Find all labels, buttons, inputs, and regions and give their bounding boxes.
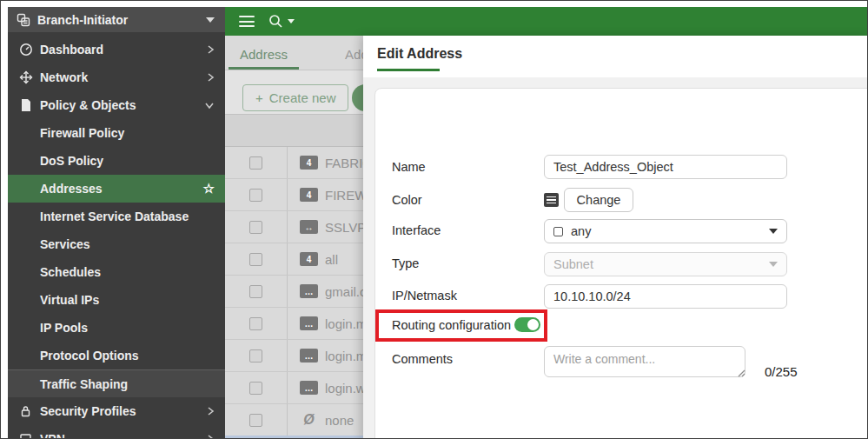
row-checkbox[interactable]	[249, 382, 262, 395]
sidebar-item-addresses[interactable]: Addresses ☆	[8, 175, 225, 203]
chevron-down-icon	[204, 102, 215, 110]
resize-handle-icon[interactable]	[737, 365, 745, 381]
comments-label: Comments	[392, 352, 540, 366]
edit-address-modal: Edit Address Name Color Change Interface…	[363, 36, 868, 439]
interface-dropdown[interactable]: any	[544, 219, 787, 243]
lock-icon	[18, 404, 33, 419]
modal-body: Name Color Change Interface any Type Sub…	[363, 77, 868, 439]
device-selector[interactable]: Branch-Initiator	[8, 7, 225, 32]
row-checkbox[interactable]	[249, 189, 262, 202]
sidebar-item-virtual-ips[interactable]: Virtual IPs	[8, 286, 225, 314]
color-label: Color	[392, 193, 540, 207]
row-checkbox[interactable]	[249, 221, 262, 234]
modal-header: Edit Address	[363, 36, 868, 77]
title-underline	[377, 69, 440, 71]
color-change-button[interactable]: Change	[564, 188, 633, 212]
chevron-right-icon	[207, 72, 215, 83]
sidebar: Branch-Initiator Dashboard	[8, 7, 225, 439]
row-checkbox[interactable]	[249, 317, 262, 330]
sidebar-item-ip-pools[interactable]: IP Pools	[8, 314, 225, 342]
address-type-icon: 4	[300, 252, 318, 266]
chevron-right-icon	[207, 44, 215, 55]
routing-configuration-toggle[interactable]	[514, 317, 540, 332]
any-interface-icon	[553, 227, 563, 236]
device-name: Branch-Initiator	[37, 13, 128, 27]
ip-netmask-label: IP/Netmask	[392, 289, 540, 303]
network-icon	[18, 70, 33, 85]
address-type-icon: …	[300, 349, 318, 363]
row-checkbox[interactable]	[249, 156, 262, 170]
sidebar-item-traffic-shaping[interactable]: Traffic Shaping	[8, 369, 225, 397]
plus-icon: +	[255, 90, 263, 105]
address-type-icon: …	[300, 381, 318, 395]
menu-icon[interactable]	[239, 16, 255, 27]
comments-counter: 0/255	[765, 364, 798, 379]
color-swatch-icon	[544, 193, 559, 207]
sidebar-item-security-profiles[interactable]: Security Profiles	[8, 397, 225, 425]
address-type-icon: …	[300, 316, 318, 330]
row-checkbox[interactable]	[249, 285, 262, 298]
vpn-icon	[18, 432, 33, 439]
chevron-down-icon	[769, 262, 778, 267]
chevron-right-icon	[207, 434, 215, 439]
chevron-down-icon	[769, 229, 778, 234]
comments-textarea[interactable]	[544, 346, 745, 377]
fortigate-ui: Branch-Initiator Dashboard	[0, 0, 868, 439]
search-icon	[268, 14, 283, 29]
search-button[interactable]	[268, 14, 295, 29]
sidebar-item-dashboard[interactable]: Dashboard	[8, 36, 225, 63]
sidebar-item-protocol-options[interactable]: Protocol Options	[8, 342, 225, 369]
sidebar-item-services[interactable]: Services	[8, 230, 225, 258]
chevron-right-icon	[207, 406, 215, 416]
ip-netmask-input[interactable]	[544, 284, 787, 309]
sidebar-item-schedules[interactable]: Schedules	[8, 258, 225, 286]
address-type-icon: ↔	[300, 220, 318, 234]
favorite-star-icon[interactable]: ☆	[203, 181, 215, 196]
tab-address[interactable]: Address	[229, 47, 299, 70]
address-type-icon: 4	[300, 156, 318, 170]
chevron-down-icon	[206, 17, 215, 23]
sidebar-item-internet-service-database[interactable]: Internet Service Database	[8, 203, 225, 230]
row-checkbox[interactable]	[249, 253, 262, 266]
fortigate-logo-icon	[17, 13, 30, 27]
address-type-icon: …	[300, 284, 318, 298]
sidebar-item-vpn[interactable]: VPN	[8, 425, 225, 439]
sidebar-item-policy-objects[interactable]: Policy & Objects	[8, 91, 225, 119]
interface-label: Interface	[392, 223, 540, 237]
type-label: Type	[392, 256, 540, 270]
type-dropdown: Subnet	[544, 252, 787, 276]
address-type-icon: 4	[300, 188, 318, 202]
sidebar-item-firewall-policy[interactable]: Firewall Policy	[8, 119, 225, 147]
row-checkbox[interactable]	[249, 349, 262, 363]
sidebar-menu: Dashboard Network	[8, 32, 225, 439]
name-input[interactable]	[544, 155, 787, 179]
dashboard-icon	[18, 43, 33, 57]
modal-title: Edit Address	[377, 46, 462, 62]
create-new-button[interactable]: + Create new	[242, 84, 348, 111]
row-checkbox[interactable]	[249, 414, 262, 427]
policy-icon	[18, 98, 33, 113]
none-icon: Ø	[300, 413, 318, 427]
chevron-down-icon	[288, 19, 295, 23]
name-label: Name	[392, 160, 540, 174]
sidebar-item-network[interactable]: Network	[8, 63, 225, 91]
topbar	[225, 7, 868, 36]
sidebar-item-dos-policy[interactable]: DoS Policy	[8, 147, 225, 175]
